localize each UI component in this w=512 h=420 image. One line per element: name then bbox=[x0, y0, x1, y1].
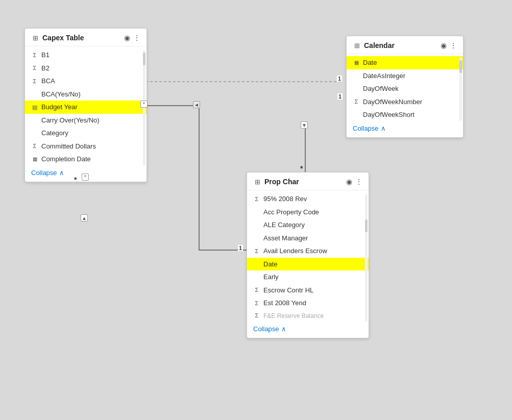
collapse-arrow-icon: ∧ bbox=[59, 169, 64, 177]
empty-icon bbox=[253, 208, 260, 215]
empty-icon bbox=[253, 221, 260, 229]
field-day-of-week-short[interactable]: DayOfWeekShort bbox=[347, 108, 463, 121]
empty-icon bbox=[353, 111, 360, 118]
calendar-header: ⊞ Calendar ◉ ⋮ bbox=[347, 36, 463, 54]
capex-table-card: ⊞ Capex Table ◉ ⋮ Σ B1 Σ B2 Σ BCA BCA(Ye… bbox=[25, 28, 147, 182]
field-escrow-contr-hl[interactable]: Σ Escrow Contr HL bbox=[247, 284, 369, 297]
table-icon: ▤ bbox=[31, 104, 38, 111]
field-asset-manager[interactable]: Asset Manager bbox=[247, 232, 369, 245]
capex-table-title: Capex Table bbox=[42, 34, 121, 42]
field-category[interactable]: Category bbox=[25, 127, 147, 140]
prop-char-scrollbar-thumb bbox=[365, 219, 368, 232]
field-est-2008-yend[interactable]: Σ Est 2008 Yend bbox=[247, 297, 369, 310]
calendar-scrollbar-thumb bbox=[459, 60, 462, 73]
empty-icon bbox=[31, 116, 38, 123]
field-carry-over[interactable]: Carry Over(Yes/No) bbox=[25, 114, 147, 127]
collapse-arrow-icon: ∧ bbox=[281, 325, 286, 333]
field-completion-date[interactable]: ▦ Completion Date bbox=[25, 153, 147, 166]
prop-char-title: Prop Char bbox=[264, 178, 343, 186]
prop-char-scrollbar[interactable] bbox=[365, 194, 368, 322]
field-fne-reserve-balance[interactable]: Σ F&E Reserve Balance bbox=[247, 310, 369, 322]
field-date-calendar[interactable]: ▦ Date bbox=[347, 56, 463, 69]
field-date-prop-char[interactable]: Date bbox=[247, 258, 369, 271]
calendar-collapse-label: Collapse bbox=[353, 125, 379, 132]
prop-char-actions: ◉ ⋮ bbox=[346, 178, 362, 185]
prop-char-eye-icon[interactable]: ◉ bbox=[346, 178, 352, 185]
connector-calendar-down: ▼ bbox=[301, 121, 308, 129]
field-ale-category[interactable]: ALE Category bbox=[247, 218, 369, 232]
prop-char-more-icon[interactable]: ⋮ bbox=[355, 178, 362, 185]
connector-capex-left: * bbox=[82, 174, 89, 181]
sigma-icon: Σ bbox=[31, 64, 38, 71]
field-avail-lenders-escrow[interactable]: Σ Avail Lenders Escrow bbox=[247, 244, 369, 258]
field-acc-property-code[interactable]: Acc Property Code bbox=[247, 206, 369, 219]
prop-char-table-card: ⊞ Prop Char ◉ ⋮ Σ 95% 2008 Rev Acc Prope… bbox=[247, 172, 369, 338]
connector-capex-right: * bbox=[140, 101, 148, 108]
prop-char-header: ⊞ Prop Char ◉ ⋮ bbox=[247, 172, 369, 190]
field-committed-dollars[interactable]: Σ Committed Dollars bbox=[25, 140, 147, 153]
empty-icon bbox=[353, 85, 360, 92]
sigma-icon: Σ bbox=[31, 52, 38, 59]
prop-char-collapse-label: Collapse bbox=[253, 325, 279, 333]
sigma-icon: Σ bbox=[31, 78, 38, 85]
capex-table-actions: ◉ ⋮ bbox=[124, 34, 140, 41]
capex-table-body: Σ B1 Σ B2 Σ BCA BCA(Yes/No) ▤ Budget Yea… bbox=[25, 46, 147, 182]
calendar-title: Calendar bbox=[364, 41, 437, 50]
prop-char-table-icon: ⊞ bbox=[253, 178, 261, 186]
calendar-table-icon: ⊞ bbox=[353, 41, 361, 50]
rel-label-1-capex-propchar: 1 bbox=[238, 245, 243, 251]
empty-icon bbox=[253, 274, 260, 281]
connector-capex-down-arrow: ▲ bbox=[81, 214, 88, 221]
sigma-icon: Σ bbox=[353, 98, 360, 105]
rel-label-1-calendar-propchar: 1 bbox=[337, 93, 343, 100]
field-early[interactable]: Early bbox=[247, 270, 369, 284]
calendar-icon: ▦ bbox=[31, 156, 38, 163]
empty-icon bbox=[253, 234, 260, 241]
empty-icon bbox=[353, 72, 360, 79]
capex-scrollbar-thumb bbox=[143, 53, 145, 65]
calendar-scrollbar[interactable] bbox=[459, 58, 462, 121]
sigma-icon: Σ bbox=[253, 312, 260, 319]
capex-table-icon: ⊞ bbox=[31, 34, 39, 42]
empty-icon bbox=[253, 260, 260, 267]
field-bca[interactable]: Σ BCA bbox=[25, 75, 147, 88]
field-b2[interactable]: Σ B2 bbox=[25, 62, 147, 75]
sigma-icon: Σ bbox=[253, 286, 260, 293]
capex-table-eye-icon[interactable]: ◉ bbox=[124, 34, 130, 41]
field-date-as-integer[interactable]: DateAsInteger bbox=[347, 69, 463, 83]
calendar-field-icon: ▦ bbox=[353, 59, 360, 66]
prop-char-body: Σ 95% 2008 Rev Acc Property Code ALE Cat… bbox=[247, 190, 369, 338]
field-95-2008-rev[interactable]: Σ 95% 2008 Rev bbox=[247, 192, 369, 206]
rel-label-1-capex-calendar: 1 bbox=[337, 76, 342, 82]
connector-mid-arrow: ◄ bbox=[193, 101, 200, 108]
empty-icon bbox=[31, 130, 38, 137]
calendar-body: ▦ Date DateAsInteger DayOfWeek Σ DayOfWe… bbox=[347, 54, 463, 137]
calendar-table-card: ⊞ Calendar ◉ ⋮ ▦ Date DateAsInteger DayO… bbox=[346, 36, 464, 138]
prop-char-collapse-button[interactable]: Collapse ∧ bbox=[247, 322, 369, 336]
capex-table-more-icon[interactable]: ⋮ bbox=[133, 34, 140, 41]
calendar-more-icon[interactable]: ⋮ bbox=[450, 42, 457, 49]
rel-label-many-capex-bottom: * bbox=[74, 176, 77, 184]
calendar-collapse-button[interactable]: Collapse ∧ bbox=[347, 121, 463, 135]
collapse-arrow-icon: ∧ bbox=[381, 125, 386, 132]
sigma-icon: Σ bbox=[253, 300, 260, 307]
field-budget-year[interactable]: ▤ Budget Year bbox=[25, 101, 147, 114]
capex-table-header: ⊞ Capex Table ◉ ⋮ bbox=[25, 29, 147, 46]
calendar-actions: ◉ ⋮ bbox=[441, 42, 457, 49]
sigma-icon: Σ bbox=[31, 142, 38, 150]
empty-icon bbox=[31, 90, 38, 97]
calendar-eye-icon[interactable]: ◉ bbox=[441, 42, 447, 49]
sigma-icon: Σ bbox=[253, 195, 260, 203]
sigma-icon: Σ bbox=[253, 248, 260, 255]
field-day-of-week[interactable]: DayOfWeek bbox=[347, 82, 463, 95]
capex-collapse-label: Collapse bbox=[31, 169, 57, 177]
rel-label-many-propchar-top: * bbox=[300, 164, 303, 172]
field-day-of-week-number[interactable]: Σ DayOfWeekNumber bbox=[347, 95, 463, 109]
field-bca-yesno[interactable]: BCA(Yes/No) bbox=[25, 88, 147, 101]
field-b1[interactable]: Σ B1 bbox=[25, 48, 147, 62]
